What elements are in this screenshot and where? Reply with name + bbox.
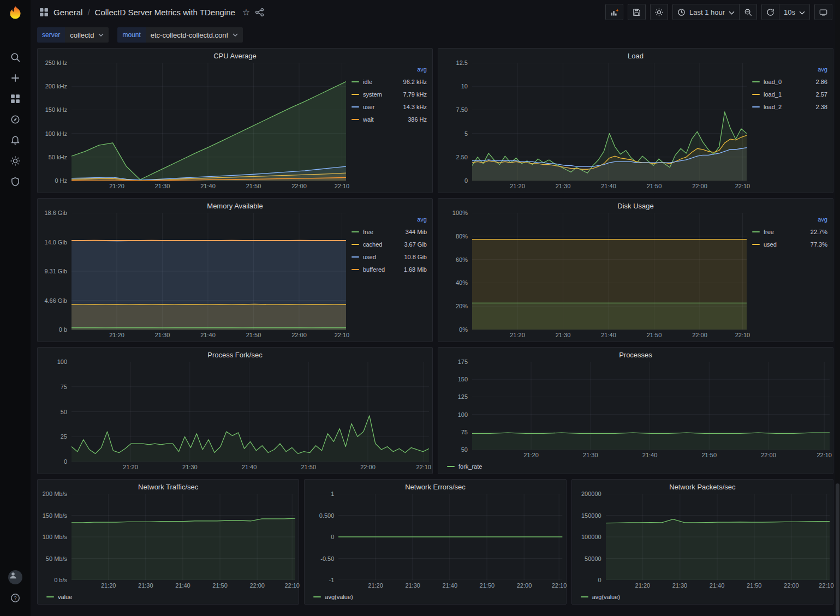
y-axis: 5075100125150175: [442, 362, 472, 450]
legend: value: [41, 591, 295, 603]
legend-series-name[interactable]: wait: [363, 116, 374, 123]
star-icon[interactable]: ☆: [242, 7, 250, 17]
legend-series-name[interactable]: system: [363, 91, 382, 98]
alerting-bell-icon[interactable]: [3, 130, 27, 151]
x-axis-label: 22:00: [291, 332, 307, 338]
series-color-swatch[interactable]: [352, 231, 359, 232]
panel-header[interactable]: Processes: [442, 348, 830, 362]
search-icon[interactable]: [3, 47, 27, 68]
share-icon[interactable]: [255, 8, 264, 17]
scrollbar-track[interactable]: [835, 0, 840, 616]
panel-header[interactable]: Disk Usage: [442, 199, 830, 213]
chart-area: 0%20%40%60%80%100%21:2021:3021:4021:5022…: [442, 213, 747, 340]
legend: avg(value): [575, 591, 830, 603]
series-color-swatch[interactable]: [581, 596, 588, 597]
series-color-swatch[interactable]: [752, 81, 760, 82]
server-admin-shield-icon[interactable]: [3, 171, 27, 192]
chart-plot[interactable]: [606, 494, 830, 580]
refresh-interval-picker[interactable]: 10s: [779, 4, 810, 20]
legend-series-name[interactable]: used: [363, 254, 376, 260]
variable-value-dropdown[interactable]: etc-collectd-collectd.conf: [146, 27, 243, 43]
chart-plot[interactable]: [72, 362, 429, 462]
series-color-swatch[interactable]: [752, 231, 760, 232]
y-axis-label: 40%: [456, 279, 468, 286]
series-color-swatch[interactable]: [752, 244, 760, 245]
chart-plot[interactable]: [338, 494, 562, 580]
legend-series-avg: 77.3%: [811, 241, 827, 248]
series-color-swatch[interactable]: [352, 106, 359, 107]
chart-plot[interactable]: [72, 213, 346, 330]
panel-process-fork-sec: Process Fork/sec025507510021:2021:3021:4…: [37, 347, 433, 474]
legend-series-name[interactable]: cached: [363, 241, 382, 248]
variable-value-dropdown[interactable]: collectd: [65, 27, 109, 43]
legend-row: buffered1.68 Mib: [352, 263, 427, 276]
add-panel-button[interactable]: [605, 4, 623, 20]
chart-area: 05000010000015000020000021:2021:3021:402…: [575, 494, 830, 591]
panel-header[interactable]: CPU Average: [41, 49, 429, 63]
x-axis-label: 22:10: [735, 183, 750, 189]
series-color-swatch[interactable]: [752, 94, 760, 95]
panel-header[interactable]: Load: [442, 49, 830, 63]
series-color-swatch[interactable]: [352, 94, 359, 95]
legend-series-avg: 3.67 Gib: [404, 241, 427, 248]
series-color-swatch[interactable]: [352, 269, 359, 270]
help-icon[interactable]: ?: [3, 588, 27, 608]
cycle-view-button[interactable]: [814, 4, 832, 20]
y-axis-label: 50 kHz: [49, 154, 67, 160]
legend-series-name[interactable]: free: [363, 229, 373, 235]
chart-plot[interactable]: [72, 494, 295, 580]
y-axis-label: 14.0 Gib: [44, 239, 67, 246]
user-avatar[interactable]: [3, 567, 27, 588]
chart-plot[interactable]: [472, 213, 747, 330]
x-axis: 21:2021:3021:4021:5022:0022:10: [338, 580, 562, 591]
legend-series-name[interactable]: idle: [363, 79, 372, 85]
legend-series-name[interactable]: value: [58, 594, 72, 600]
time-range-picker[interactable]: Last 1 hour: [672, 4, 740, 20]
panel-header[interactable]: Memory Available: [41, 199, 429, 213]
legend: fork_rate: [442, 460, 830, 473]
series-color-swatch[interactable]: [752, 106, 760, 107]
series-color-swatch[interactable]: [313, 596, 321, 597]
series-color-swatch[interactable]: [447, 466, 455, 467]
legend-series-avg: 22.7%: [811, 229, 827, 235]
legend-series-name[interactable]: used: [764, 241, 777, 248]
legend-series-name[interactable]: load_2: [764, 104, 782, 110]
scrollbar-thumb[interactable]: [836, 483, 839, 616]
variable-value: collectd: [70, 31, 94, 39]
legend-series-name[interactable]: fork_rate: [458, 463, 482, 470]
refresh-button[interactable]: [761, 4, 779, 20]
series-color-swatch[interactable]: [352, 244, 359, 245]
legend-series-name[interactable]: avg(value): [592, 594, 620, 600]
legend-series-name[interactable]: buffered: [363, 266, 385, 273]
legend-series-name[interactable]: user: [363, 104, 374, 110]
save-dashboard-button[interactable]: [628, 4, 646, 20]
legend-series-name[interactable]: load_0: [764, 79, 782, 85]
create-plus-icon[interactable]: [3, 68, 27, 88]
y-axis-label: 125: [458, 393, 468, 400]
chart-plot[interactable]: [72, 63, 346, 181]
legend-series-name[interactable]: load_1: [764, 91, 782, 98]
chevron-down-icon: [233, 33, 238, 37]
breadcrumb-section[interactable]: General: [53, 8, 82, 17]
panel-header[interactable]: Network Packets/sec: [575, 480, 830, 494]
panel-header[interactable]: Network Errors/sec: [308, 480, 562, 494]
chart-plot[interactable]: [472, 362, 830, 450]
dashboard-settings-button[interactable]: [650, 4, 668, 20]
configuration-gear-icon[interactable]: [3, 151, 27, 171]
variable-server[interactable]: server collectd: [37, 27, 109, 43]
series-color-swatch[interactable]: [46, 596, 54, 597]
series-color-swatch[interactable]: [352, 119, 359, 120]
grafana-logo[interactable]: [6, 4, 25, 23]
panel-header[interactable]: Network Traffic/sec: [41, 480, 295, 494]
dashboards-icon[interactable]: [3, 88, 27, 109]
legend-series-name[interactable]: free: [764, 229, 774, 235]
legend-series-name[interactable]: avg(value): [325, 594, 353, 600]
series-color-swatch[interactable]: [352, 256, 359, 258]
variable-mount[interactable]: mount etc-collectd-collectd.conf: [117, 27, 243, 43]
series-color-swatch[interactable]: [352, 81, 359, 82]
zoom-out-button[interactable]: [740, 4, 757, 20]
legend: avgload_02.86load_12.57load_22.38: [747, 63, 830, 192]
panel-header[interactable]: Process Fork/sec: [41, 348, 429, 362]
chart-plot[interactable]: [472, 63, 747, 181]
explore-compass-icon[interactable]: [3, 109, 27, 130]
